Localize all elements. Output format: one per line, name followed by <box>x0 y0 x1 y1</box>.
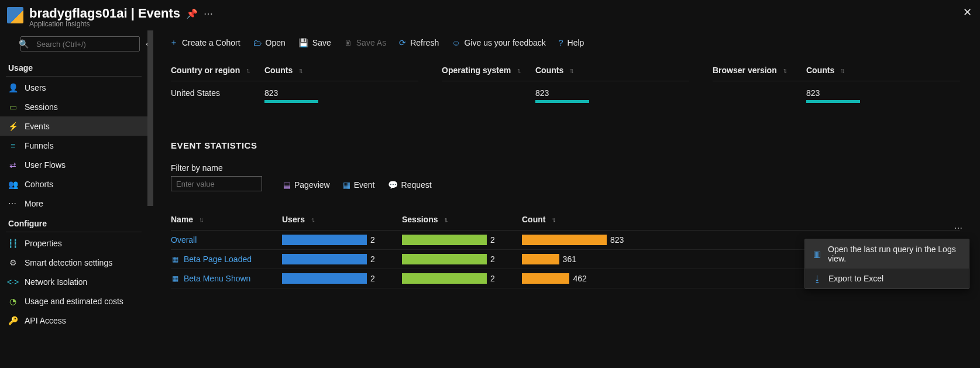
summary-card: Browser version↑↓Counts↑↓823 <box>713 66 960 103</box>
users-icon: 👤 <box>8 83 18 92</box>
count-bar <box>522 235 607 245</box>
count-value: 823 <box>610 235 624 245</box>
card-row-value: 823 <box>264 88 335 98</box>
sidebar-item-api-access[interactable]: 🔑API Access <box>0 311 147 330</box>
sidebar-item-smart-detection-settings[interactable]: ⚙Smart detection settings <box>0 253 147 272</box>
scroll-thumb[interactable] <box>147 30 153 206</box>
ctx-open-logs[interactable]: ▥ Open the last run query in the Logs vi… <box>805 239 969 269</box>
sidebar-item-users[interactable]: 👤Users <box>0 78 147 97</box>
event-type-icon: ▦ <box>171 274 179 283</box>
sidebar-item-label: Funnels <box>25 141 54 150</box>
sidebar-item-cohorts[interactable]: 👥Cohorts <box>0 174 147 194</box>
card-dim-label: Browser version <box>713 66 777 75</box>
sidebar-item-funnels[interactable]: ≡Funnels <box>0 136 147 155</box>
close-icon[interactable]: ✕ <box>963 6 972 19</box>
divider <box>6 232 142 232</box>
sidebar-item-label: Events <box>25 122 50 131</box>
create-cohort-button[interactable]: ＋Create a Cohort <box>170 37 240 48</box>
help-button[interactable]: ?Help <box>559 38 584 47</box>
section-usage: Usage <box>0 57 147 76</box>
sidebar-item-network-isolation[interactable]: <·>Network Isolation <box>0 272 147 291</box>
refresh-button[interactable]: ⟳Refresh <box>399 38 439 47</box>
sessions-value: 2 <box>490 235 495 245</box>
sort-icon[interactable]: ↑↓ <box>199 216 202 223</box>
sidebar-item-events[interactable]: ⚡Events <box>0 116 147 136</box>
pageview-icon: ▤ <box>283 180 291 190</box>
cohorts-icon: 👥 <box>8 180 18 189</box>
event-link[interactable]: Beta Page Loaded <box>184 254 252 264</box>
header-more-icon[interactable]: ⋯ <box>204 8 213 19</box>
refresh-icon: ⟳ <box>399 38 406 47</box>
filter-label: Filter by name <box>171 163 262 173</box>
sessions-value: 2 <box>490 274 495 283</box>
scrollbar[interactable] <box>147 30 153 364</box>
section-configure: Configure <box>0 213 147 232</box>
save-button[interactable]: 💾Save <box>298 38 331 47</box>
sidebar-item-label: Usage and estimated costs <box>25 297 123 306</box>
costs-icon: ◔ <box>8 297 18 306</box>
help-icon: ? <box>559 38 563 47</box>
save-as-button: 🗎Save As <box>344 38 386 47</box>
open-button[interactable]: 🗁Open <box>253 38 286 47</box>
sort-icon[interactable]: ↑↓ <box>569 67 572 74</box>
sidebar-item-label: User Flows <box>25 160 66 170</box>
sort-icon[interactable]: ↑↓ <box>311 216 314 223</box>
folder-icon: 🗁 <box>253 38 262 47</box>
search-input[interactable] <box>20 36 140 51</box>
card-row-value: 823 <box>535 88 606 98</box>
count-value: 462 <box>573 274 586 283</box>
event-link[interactable]: Beta Menu Shown <box>184 274 250 283</box>
filter-input[interactable] <box>171 176 262 191</box>
sidebar-item-label: Smart detection settings <box>25 258 112 267</box>
smartdetect-icon: ⚙ <box>8 258 18 267</box>
row-more-icon[interactable]: ⋯ <box>954 223 964 233</box>
feedback-button[interactable]: ☺Give us your feedback <box>452 38 546 47</box>
users-bar <box>282 254 367 264</box>
sidebar-item-more[interactable]: ⋯More <box>0 194 147 213</box>
apiaccess-icon: 🔑 <box>8 316 18 325</box>
sort-icon[interactable]: ↑↓ <box>840 67 843 74</box>
sort-icon[interactable]: ↑↓ <box>298 67 301 74</box>
page-subtitle: Application Insights <box>29 20 213 28</box>
sort-icon[interactable]: ↑↓ <box>517 67 520 74</box>
users-value: 2 <box>370 235 375 245</box>
event-stats-heading: EVENT STATISTICS <box>171 140 960 150</box>
download-icon: ⭳ <box>813 274 821 283</box>
sidebar-item-label: Sessions <box>25 102 58 112</box>
sessions-bar <box>402 273 487 284</box>
ctx-export-excel[interactable]: ⭳ Export to Excel <box>805 269 969 288</box>
pin-icon[interactable]: 📌 <box>186 8 198 19</box>
funnels-icon: ≡ <box>8 141 18 150</box>
card-bar <box>535 100 589 103</box>
card-counts-label: Counts <box>535 66 563 75</box>
card-counts-label: Counts <box>264 66 293 75</box>
events-icon: ⚡ <box>8 122 18 131</box>
users-bar <box>282 273 367 284</box>
sort-icon[interactable]: ↑↓ <box>246 67 249 74</box>
summary-card: Country or region↑↓Counts↑↓United States… <box>171 66 418 103</box>
sort-icon[interactable]: ↑↓ <box>783 67 786 74</box>
sidebar-item-usage-and-estimated-costs[interactable]: ◔Usage and estimated costs <box>0 291 147 311</box>
event-type-icon: ▦ <box>171 255 179 263</box>
summary-card: Operating system↑↓Counts↑↓823 <box>442 66 689 103</box>
legend: ▤Pageview ▦Event 💬Request <box>283 180 432 191</box>
sidebar-item-user-flows[interactable]: ⇄User Flows <box>0 155 147 174</box>
event-link[interactable]: Overall <box>171 235 197 245</box>
sidebar-item-label: Users <box>25 83 46 92</box>
sidebar-item-sessions[interactable]: ▭Sessions <box>0 97 147 116</box>
sessions-bar <box>402 235 487 245</box>
resource-icon <box>7 7 23 23</box>
sort-icon[interactable]: ↑↓ <box>551 216 554 223</box>
save-icon: 💾 <box>298 38 308 47</box>
divider <box>6 76 142 77</box>
card-row-label: United States <box>171 88 264 98</box>
users-value: 2 <box>370 254 375 264</box>
sidebar-item-properties[interactable]: ┇┇Properties <box>0 233 147 253</box>
sort-icon[interactable]: ↑↓ <box>443 216 446 223</box>
context-menu: ▥ Open the last run query in the Logs vi… <box>804 239 969 289</box>
sidebar-item-label: Cohorts <box>25 180 53 189</box>
sidebar-item-label: API Access <box>25 316 66 325</box>
network-icon: <·> <box>8 277 18 287</box>
users-value: 2 <box>370 274 375 283</box>
sidebar: 🔍 « Usage 👤Users▭Sessions⚡Events≡Funnels… <box>0 30 147 364</box>
